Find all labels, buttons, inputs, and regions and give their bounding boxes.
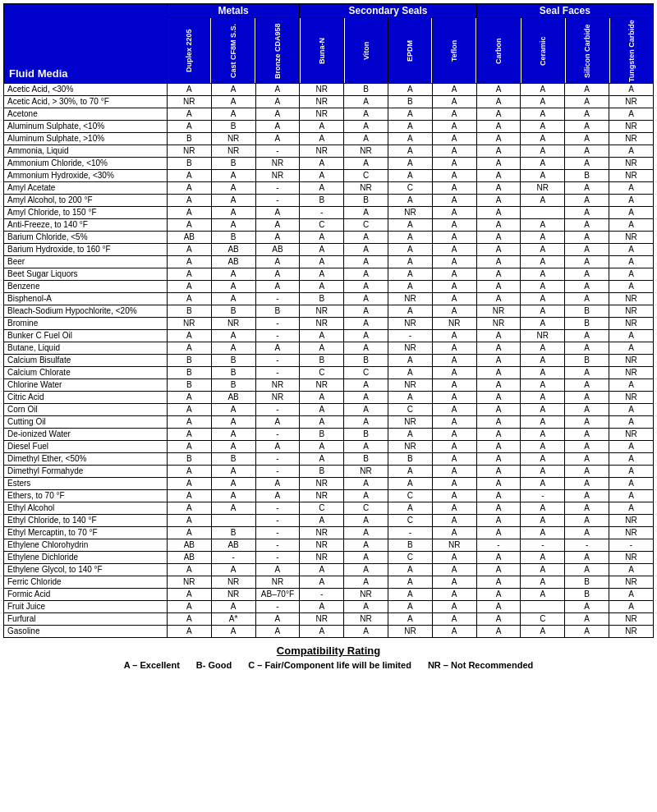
- data-cell: A: [300, 170, 344, 182]
- data-cell: B: [300, 195, 344, 207]
- data-cell: NR: [300, 552, 344, 564]
- fluid-name-cell: Ethyl Alcohol: [4, 502, 168, 515]
- data-cell: A: [300, 601, 344, 613]
- data-cell: A: [476, 293, 521, 305]
- table-row: Dimethyl FormahydeAA-BNRAAAAAA: [4, 466, 654, 478]
- data-cell: A: [565, 219, 609, 232]
- data-cell: A: [565, 613, 609, 626]
- data-cell: C: [344, 502, 388, 515]
- data-cell: A: [255, 232, 300, 244]
- table-row: Diesel FuelAAAAANRAAAAA: [4, 441, 654, 453]
- data-cell: A: [432, 305, 476, 318]
- legend-nr: NR – Not Recommended: [428, 660, 533, 670]
- data-cell: A: [167, 281, 211, 293]
- data-cell: A: [521, 121, 565, 133]
- data-cell: A: [432, 84, 476, 96]
- data-cell: A: [432, 367, 476, 379]
- secondary-seals-header: Secondary Seals: [300, 4, 476, 18]
- data-cell: A: [211, 342, 255, 355]
- data-cell: NR: [255, 576, 300, 589]
- data-cell: A: [167, 466, 211, 478]
- data-cell: NR: [388, 342, 432, 355]
- table-row: FurfuralAA*ANRNRAAACANR: [4, 613, 654, 626]
- data-cell: C: [300, 502, 344, 515]
- data-cell: A: [432, 502, 476, 515]
- fluid-name-cell: Esters: [4, 478, 168, 490]
- data-cell: A: [344, 416, 388, 429]
- data-cell: A: [476, 133, 521, 145]
- data-cell: NR: [388, 379, 432, 392]
- data-cell: A: [167, 502, 211, 515]
- data-cell: A: [167, 84, 211, 96]
- data-cell: A: [432, 195, 476, 207]
- data-cell: A: [344, 576, 388, 589]
- data-cell: A: [255, 613, 300, 626]
- data-cell: A: [388, 232, 432, 244]
- data-cell: A: [388, 281, 432, 293]
- data-cell: A: [388, 367, 432, 379]
- fluid-name-cell: Bisphenol-A: [4, 293, 168, 305]
- col-tungsten: Tungsten Carbide: [609, 18, 654, 84]
- data-cell: A: [432, 133, 476, 145]
- fluid-name-cell: Amyl Acetate: [4, 182, 168, 195]
- data-cell: A: [521, 244, 565, 256]
- data-cell: A: [476, 268, 521, 281]
- data-cell: -: [255, 601, 300, 613]
- data-cell: [521, 601, 565, 613]
- data-cell: A: [565, 367, 609, 379]
- legend-a: A – Excellent: [124, 660, 180, 670]
- table-row: BromineNRNR-NRANRNRNRABNR: [4, 318, 654, 330]
- data-cell: NR: [432, 539, 476, 552]
- data-cell: A: [432, 268, 476, 281]
- data-cell: A: [255, 108, 300, 121]
- data-cell: NR: [609, 232, 654, 244]
- page: Fluid Media Metals Secondary Seals Seal …: [0, 0, 657, 677]
- data-cell: A: [344, 539, 388, 552]
- table-row: De-ionized WaterAA-BBAAAAANR: [4, 429, 654, 441]
- data-cell: A: [167, 244, 211, 256]
- data-cell: -: [255, 552, 300, 564]
- data-cell: A: [476, 355, 521, 367]
- data-cell: NR: [609, 367, 654, 379]
- data-cell: A: [609, 441, 654, 453]
- data-cell: A: [211, 108, 255, 121]
- data-cell: A: [432, 379, 476, 392]
- data-cell: A: [521, 342, 565, 355]
- table-row: Ethers, to 70 °FAAANRACAA-AA: [4, 490, 654, 502]
- data-cell: A: [432, 330, 476, 342]
- data-cell: A: [388, 158, 432, 170]
- data-cell: A: [432, 453, 476, 466]
- data-cell: A: [344, 601, 388, 613]
- data-cell: NR: [211, 145, 255, 158]
- data-cell: A: [432, 429, 476, 441]
- data-cell: A: [521, 429, 565, 441]
- data-cell: NR: [609, 552, 654, 564]
- data-cell: A: [211, 330, 255, 342]
- data-cell: A: [300, 232, 344, 244]
- data-cell: A: [300, 576, 344, 589]
- data-cell: B: [211, 121, 255, 133]
- data-cell: A: [255, 96, 300, 108]
- col-buna: Buna-N: [300, 18, 344, 84]
- table-row: Ethylene ChlorohydrinABAB-NRABNR----: [4, 539, 654, 552]
- data-cell: A: [211, 96, 255, 108]
- data-cell: A: [432, 121, 476, 133]
- data-cell: -: [255, 330, 300, 342]
- table-row: Ethylene Glycol, to 140 °FAAAAAAAAAAA: [4, 564, 654, 576]
- data-cell: C: [388, 182, 432, 195]
- data-cell: B: [167, 355, 211, 367]
- fluid-name-cell: Amyl Chloride, to 150 °F: [4, 207, 168, 219]
- data-cell: A: [565, 342, 609, 355]
- data-cell: A: [565, 195, 609, 207]
- fluid-name-cell: Corn Oil: [4, 404, 168, 416]
- data-cell: A: [521, 219, 565, 232]
- fluid-name-cell: Aluminum Sulphate, <10%: [4, 121, 168, 133]
- table-row: Beet Sugar LiquorsAAAAAAAAAAA: [4, 268, 654, 281]
- data-cell: A: [476, 367, 521, 379]
- data-cell: NR: [609, 293, 654, 305]
- data-cell: B: [344, 195, 388, 207]
- data-cell: B: [388, 539, 432, 552]
- data-cell: A: [521, 293, 565, 305]
- data-cell: NR: [344, 466, 388, 478]
- data-cell: A: [432, 564, 476, 576]
